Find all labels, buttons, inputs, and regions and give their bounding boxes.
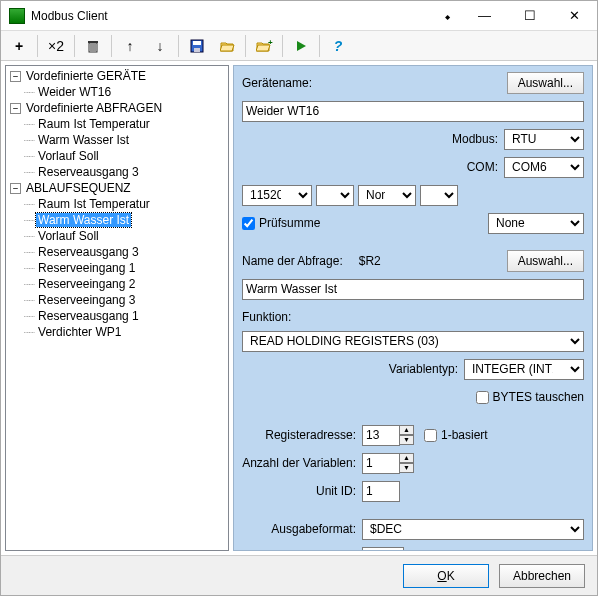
window-title: Modbus Client	[31, 9, 432, 23]
unitid-input[interactable]	[362, 481, 400, 502]
function-select[interactable]: READ HOLDING REGISTERS (03)	[242, 331, 584, 352]
save-button[interactable]	[183, 34, 211, 58]
svg-text:+: +	[268, 39, 273, 47]
close-button[interactable]: ✕	[552, 2, 597, 30]
tree-item[interactable]: Raum Ist Temperatur	[36, 197, 152, 211]
modbus-select[interactable]: RTU	[504, 129, 584, 150]
tree-item[interactable]: Raum Ist Temperatur	[36, 117, 152, 131]
move-down-button[interactable]: ↓	[146, 34, 174, 58]
query-name-input[interactable]	[242, 279, 584, 300]
databits-select[interactable]: 8	[316, 185, 354, 206]
regaddr-label: Registeradresse:	[242, 428, 362, 442]
baud-select[interactable]: 115200	[242, 185, 312, 206]
delete-button[interactable]	[79, 34, 107, 58]
onebased-checkbox[interactable]: 1-basiert	[424, 428, 488, 442]
tree-item[interactable]: Reserveausgang 3	[36, 165, 141, 179]
tree-item[interactable]: Reserveausgang 1	[36, 309, 141, 323]
device-name-input[interactable]	[242, 101, 584, 122]
maximize-button[interactable]: ☐	[507, 2, 552, 30]
query-select-button[interactable]: Auswahl...	[507, 250, 584, 272]
numvars-input[interactable]	[362, 453, 400, 474]
numvars-spinner[interactable]: ▲▼	[399, 453, 414, 473]
tree-toggle[interactable]: −	[10, 71, 21, 82]
play-icon	[295, 40, 307, 52]
move-up-button[interactable]: ↑	[116, 34, 144, 58]
app-icon	[9, 8, 25, 24]
folder-plus-icon: +	[256, 39, 273, 53]
tree-item-selected[interactable]: Warm Wasser Ist	[36, 213, 131, 227]
folder-open-icon	[220, 39, 235, 53]
tree-item[interactable]: Reserveeingang 1	[36, 261, 137, 275]
duplicate-button[interactable]: ×2	[42, 34, 70, 58]
help-button[interactable]: ?	[324, 34, 352, 58]
query-ref: $R2	[359, 254, 381, 268]
open-button[interactable]	[213, 34, 241, 58]
open-add-button[interactable]: +	[250, 34, 278, 58]
regaddr-spinner[interactable]: ▲▼	[399, 425, 414, 445]
ok-button[interactable]: OK	[403, 564, 489, 588]
com-select[interactable]: COM6	[504, 157, 584, 178]
minimize-button[interactable]: —	[462, 2, 507, 30]
regaddr-input[interactable]	[362, 425, 400, 446]
cancel-button[interactable]: Abbrechen	[499, 564, 585, 588]
title-bar: Modbus Client ⬥ — ☐ ✕	[1, 1, 597, 31]
toolbar-separator	[74, 35, 75, 57]
floppy-icon	[190, 39, 204, 53]
tree-toggle[interactable]: −	[10, 103, 21, 114]
checksum-checkbox[interactable]: Prüfsumme	[242, 216, 320, 230]
device-name-label: Gerätename:	[242, 76, 507, 90]
com-label: COM:	[467, 160, 504, 174]
toolbar-separator	[282, 35, 283, 57]
toolbar-separator	[319, 35, 320, 57]
tree-toggle[interactable]: −	[10, 183, 21, 194]
outfmt-select[interactable]: $DEC	[362, 519, 584, 540]
wait-input[interactable]	[362, 547, 404, 552]
function-label: Funktion:	[242, 310, 291, 324]
outfmt-label: Ausgabeformat:	[242, 522, 362, 536]
dialog-button-bar: OK Abbrechen	[1, 555, 597, 595]
tree-item[interactable]: Vorlauf Soll	[36, 229, 101, 243]
tree-item[interactable]: Weider WT16	[36, 85, 113, 99]
svg-rect-4	[88, 41, 98, 43]
wait-label: Auf Antwort warten:	[242, 550, 362, 551]
toolbar-separator	[37, 35, 38, 57]
tree-view[interactable]: −Vordefinierte GERÄTE ┈┈Weider WT16 −Vor…	[5, 65, 229, 551]
toolbar: + ×2 ↑ ↓	[1, 31, 597, 61]
tree-item[interactable]: Reserveausgang 3	[36, 245, 141, 259]
bytes-swap-checkbox[interactable]: BYTES tauschen	[476, 390, 584, 404]
tree-item[interactable]: Warm Wasser Ist	[36, 133, 131, 147]
run-button[interactable]	[287, 34, 315, 58]
vartype-select[interactable]: INTEGER (INT16)	[464, 359, 584, 380]
add-button[interactable]: +	[5, 34, 33, 58]
properties-form: Gerätename: Auswahl... Modbus: RTU COM: …	[233, 65, 593, 551]
tree-group[interactable]: ABLAUFSEQUENZ	[24, 181, 133, 195]
modbus-label: Modbus:	[452, 132, 504, 146]
svg-rect-7	[194, 48, 200, 52]
device-select-button[interactable]: Auswahl...	[507, 72, 584, 94]
parity-select[interactable]: None	[358, 185, 416, 206]
svg-rect-6	[193, 41, 201, 45]
stopbits-select[interactable]: 1	[420, 185, 458, 206]
tree-group[interactable]: Vordefinierte ABFRAGEN	[24, 101, 164, 115]
tree-group[interactable]: Vordefinierte GERÄTE	[24, 69, 148, 83]
trash-icon	[86, 39, 100, 53]
tree-item[interactable]: Reserveeingang 2	[36, 277, 137, 291]
pin-icon[interactable]: ⬥	[432, 2, 462, 30]
tree-item[interactable]: Vorlauf Soll	[36, 149, 101, 163]
unitid-label: Unit ID:	[242, 484, 362, 498]
toolbar-separator	[111, 35, 112, 57]
wait-unit: ms	[408, 550, 424, 551]
tree-item[interactable]: Reserveeingang 3	[36, 293, 137, 307]
query-name-label: Name der Abfrage:	[242, 254, 349, 268]
vartype-label: Variablentyp:	[389, 362, 464, 376]
numvars-label: Anzahl der Variablen:	[242, 456, 362, 470]
checksum-mode-select[interactable]: None	[488, 213, 584, 234]
toolbar-separator	[245, 35, 246, 57]
tree-item[interactable]: Verdichter WP1	[36, 325, 123, 339]
toolbar-separator	[178, 35, 179, 57]
